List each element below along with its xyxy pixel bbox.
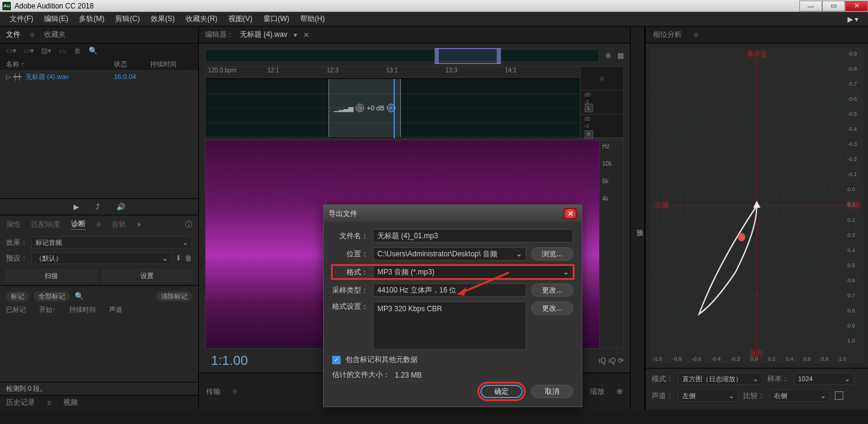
change-format-button[interactable]: 更改... — [531, 302, 573, 315]
search-icon[interactable]: 🔍 — [89, 46, 98, 55]
download-icon[interactable]: ⬇ — [175, 254, 181, 262]
head-marked[interactable]: 已标记 — [6, 305, 37, 314]
zoom-tools-icon[interactable]: ıQ ıQ ⟳ — [599, 356, 624, 365]
time-display[interactable]: 1:1.00 — [205, 353, 254, 369]
tab-favorites[interactable]: 收藏夹 — [44, 30, 66, 40]
expand-icon[interactable]: ▷ — [6, 73, 11, 81]
close-button[interactable]: ✕ — [845, 1, 868, 11]
col-name[interactable]: 名称 ↑ — [6, 60, 114, 69]
format-select[interactable]: MP3 音频 (*.mp3)⌄ — [373, 265, 573, 279]
col-duration[interactable]: 持续时间 — [150, 60, 192, 69]
trash-icon[interactable]: 🗑 — [74, 46, 81, 55]
head-start[interactable]: 开始↑ — [39, 305, 67, 314]
compare-select[interactable]: 右侧⌄ — [770, 390, 830, 402]
compare-checkbox[interactable] — [835, 391, 843, 400]
chevron-down-icon: ⌄ — [516, 250, 522, 258]
app-title: Adobe Audition CC 2018 — [14, 2, 799, 10]
tab-history[interactable]: 历史记录 — [6, 397, 35, 408]
tab-match[interactable]: 匹配响度 — [31, 220, 60, 230]
menu-favorites[interactable]: 收藏夹(R) — [181, 13, 222, 25]
new-file-icon[interactable]: ▭▾ — [6, 46, 16, 55]
effect-select[interactable]: 标记音频⌄ — [31, 236, 192, 248]
more-tabs-icon[interactable]: » — [137, 220, 141, 229]
tab-diagnostics[interactable]: 诊断 — [71, 219, 86, 230]
dialog-title: 导出文件 — [329, 209, 357, 219]
location-select[interactable]: C:\Users\Administrator\Desktop\ 音频⌄ — [373, 247, 526, 261]
menu-file[interactable]: 文件(F) — [5, 13, 38, 25]
overview-handle[interactable] — [435, 48, 501, 64]
samples-select[interactable]: 1024⌄ — [794, 373, 854, 385]
level-bars-icon: ▁▂▃▅ — [334, 104, 353, 112]
transfer-tab[interactable]: 传输 — [206, 387, 221, 397]
scan-button[interactable]: 扫描 — [6, 270, 96, 282]
zoom-in-icon[interactable]: ⊕ — [617, 387, 623, 396]
tab-video[interactable]: 视频 — [63, 397, 78, 408]
workspace-icon[interactable]: ▶ ▾ — [843, 14, 863, 25]
close-tab-icon[interactable]: ✕ — [303, 31, 309, 39]
channel-select[interactable]: 左侧⌄ — [678, 390, 738, 402]
col-status[interactable]: 状态 — [114, 60, 150, 69]
headphone-icon[interactable]: ⊙ — [584, 75, 620, 81]
cancel-button[interactable]: 取消 — [531, 385, 573, 398]
ok-button[interactable]: 确定 — [480, 385, 523, 398]
open-file-icon[interactable]: ▭▾ — [24, 46, 34, 55]
delete-icon[interactable]: 🗑 — [185, 254, 192, 262]
preset-label: 预设： — [6, 253, 28, 264]
menu-clip[interactable]: 剪辑(C) — [110, 13, 145, 25]
record-icon[interactable]: ▭. — [58, 46, 67, 55]
head-channel[interactable]: 声道 — [109, 305, 133, 314]
clear-markers-button[interactable]: 清除标记 — [156, 291, 192, 302]
import-icon[interactable]: ▤▾ — [41, 46, 51, 55]
all-markers-button[interactable]: 全部标记 — [34, 291, 70, 302]
change-sample-button[interactable]: 更改... — [531, 283, 573, 297]
tab-phase-analysis[interactable]: 相位分析 — [653, 30, 682, 40]
search-marker-icon[interactable]: 🔍 — [75, 292, 84, 300]
tab-properties[interactable]: 属性 — [6, 220, 20, 230]
menu-multitrack[interactable]: 多轨(M) — [74, 13, 109, 25]
filename-input[interactable]: 无标题 (4)_01.mp3 — [373, 229, 573, 242]
svg-text:单声道: 单声道 — [747, 49, 767, 59]
phase-graph[interactable]: 单声道 左侧 右侧 反向 -0.9-0.8-0.7 -0.6-0.5-0.4 -… — [650, 48, 863, 363]
play-icon[interactable]: ▶ — [74, 203, 79, 211]
chevron-down-icon: ⌄ — [563, 268, 569, 276]
zoom-ident-icon[interactable]: ⊕ — [605, 51, 611, 60]
view-mode-icon[interactable]: ▦ — [617, 51, 624, 60]
minimize-button[interactable]: — — [799, 1, 822, 11]
menu-window[interactable]: 窗口(W) — [259, 13, 294, 25]
files-toolbar: ▭▾ ▭▾ ▤▾ ▭. 🗑 🔍 — [0, 43, 198, 58]
head-duration[interactable]: 持续时间 — [69, 305, 107, 314]
playhead[interactable] — [394, 79, 395, 138]
channel-R-button[interactable]: R — [585, 130, 593, 139]
sample-field: 44100 Hz 立体声，16 位 — [373, 283, 526, 297]
include-metadata-checkbox[interactable]: ✓ — [332, 356, 341, 364]
estimate-label: 估计的文件大小： — [332, 370, 390, 380]
menu-help[interactable]: 帮助(H) — [295, 13, 330, 25]
mode-select[interactable]: 直方图（日志缩放）⌄ — [678, 373, 763, 385]
settings-button[interactable]: 设置 — [102, 270, 193, 282]
tick: 12:1 — [265, 67, 325, 78]
markers-button[interactable]: 标记 — [6, 291, 29, 302]
menu-effects[interactable]: 效果(S) — [146, 13, 180, 25]
hz-label: Hz — [602, 143, 621, 150]
info-icon[interactable]: ⓘ — [185, 220, 192, 230]
format-settings-label: 格式设置： — [332, 302, 368, 312]
preset-select[interactable]: （默认）⌄ — [31, 252, 172, 264]
tick: 12:3 — [324, 67, 384, 78]
menu-edit[interactable]: 编辑(E) — [39, 13, 73, 25]
dropdown-icon[interactable]: ▾ — [294, 31, 297, 39]
hud-scrubber[interactable]: ▁▂▃▅ ◷ +0 dB ✓ — [329, 79, 401, 137]
loop-icon[interactable]: ⤴ — [96, 203, 99, 211]
tick: 13:3 — [443, 67, 503, 78]
overview-waveform[interactable] — [205, 49, 599, 62]
dialog-close-icon[interactable]: ✕ — [564, 208, 577, 219]
bpm-label: 120.0 bpm — [206, 67, 265, 78]
file-row[interactable]: ▷ ┿┿ 无标题 (4).wav 16:0.04 — [0, 70, 198, 83]
tab-track[interactable]: 音轨 — [112, 220, 126, 230]
maximize-button[interactable]: ▭ — [822, 1, 845, 11]
location-label: 位置： — [332, 249, 368, 259]
channel-L-button[interactable]: L — [585, 104, 593, 112]
menu-view[interactable]: 视图(V) — [224, 13, 257, 25]
browse-button[interactable]: 浏览... — [531, 247, 573, 261]
volume-icon[interactable]: 🔊 — [116, 203, 125, 211]
tab-files[interactable]: 文件 — [6, 30, 20, 40]
